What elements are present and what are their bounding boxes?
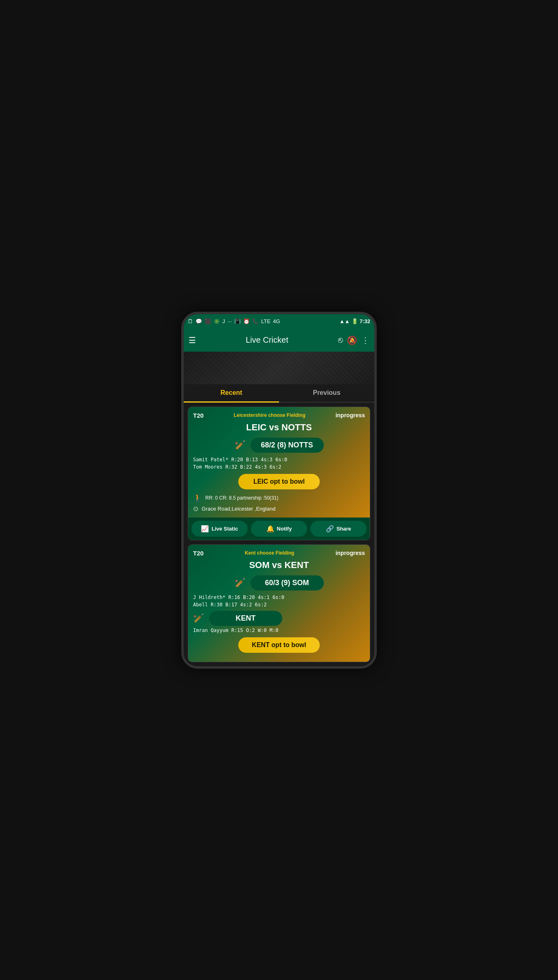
time-display: 7:32	[360, 318, 370, 324]
status-right: ▲▲ 🔋 7:32	[339, 318, 370, 324]
card-body-2: T20 Kent choose Fielding inprogress SOM …	[188, 545, 370, 662]
tab-previous[interactable]: Previous	[279, 384, 374, 402]
msg-icon: 🗒	[188, 318, 193, 324]
app-bar: ☰ Live Cricket ⎋ 🔕 ⋮	[184, 329, 374, 352]
menu-icon[interactable]: ☰	[189, 335, 196, 345]
bowling-team-pill: KENT	[209, 611, 282, 626]
card-header-2: T20 Kent choose Fielding inprogress	[193, 550, 365, 557]
share-icon[interactable]: ⎋	[338, 335, 343, 345]
live-static-label: Live Static	[211, 526, 238, 532]
status-badge-2: inprogress	[336, 550, 365, 556]
batsman1-2: J Hildreth* R:16 B:20 4s:1 6s:0	[193, 595, 365, 600]
opt-button-2[interactable]: KENT opt to bowl	[238, 637, 320, 653]
status-icons-left: 🗒 💬 ⬛ ✳️ J ··· 📳 ⏰ 📞 LTE 4G	[188, 318, 280, 324]
vibrate-icon: 📳	[234, 318, 241, 324]
venue-icon-1: ⊙	[193, 505, 198, 513]
bell-icon-1: 🔔	[266, 525, 275, 533]
match-title-1: LEIC vs NOTTS	[193, 422, 365, 433]
phone-frame: 🗒 💬 ⬛ ✳️ J ··· 📳 ⏰ 📞 LTE 4G ▲▲ 🔋 7:32 ☰ …	[181, 312, 377, 669]
status-badge-1: inprogress	[336, 412, 365, 418]
stats-text-1: RR: 0 CR: 8.5 partnership :50(31)	[205, 495, 278, 501]
status-bar: 🗒 💬 ⬛ ✳️ J ··· 📳 ⏰ 📞 LTE 4G ▲▲ 🔋 7:32	[184, 314, 374, 329]
card-footer-1: 📈 Live Static 🔔 Notify 🔗 Share	[188, 518, 370, 540]
venue-row-1: ⊙ Grace Road,Leicester ,England	[193, 505, 365, 513]
share-icon-1: 🔗	[326, 525, 334, 533]
batsman2-1: Tom Moores R:32 B:22 4s:3 6s:2	[193, 464, 365, 470]
score-pill-1: 68/2 (8) NOTTS	[250, 438, 324, 453]
4g-icon: 4G	[273, 318, 280, 324]
score-row-1: 🏏 68/2 (8) NOTTS	[193, 438, 365, 453]
star-icon: ✳️	[213, 318, 220, 324]
batsman2-2: Abell R:30 B:17 4s:2 6s:2	[193, 602, 365, 608]
app-title: Live Cricket	[200, 335, 334, 345]
chart-icon: 📈	[201, 525, 209, 533]
bat-icon-2: 🏏	[235, 577, 246, 588]
ball-row-2: 🏏 KENT	[193, 611, 365, 626]
dots-icon: ···	[228, 318, 232, 324]
more-options-icon[interactable]: ⋮	[361, 335, 369, 345]
whatsapp-icon: 💬	[196, 318, 202, 324]
notify-button-1[interactable]: 🔔 Notify	[251, 521, 307, 537]
opt-button-1[interactable]: LEIC opt to bowl	[238, 474, 320, 489]
battery-icon: 🔋	[351, 318, 358, 324]
stats-row-1: 🚶 RR: 0 CR: 8.5 partnership :50(31)	[193, 493, 365, 502]
score-pill-2: 60/3 (9) SOM	[250, 575, 324, 590]
match-title-2: SOM vs KENT	[193, 560, 365, 570]
tabs-bar: Recent Previous	[184, 384, 374, 403]
match-card-leic-notts: T20 Leicestershire choose Fielding inpro…	[188, 407, 370, 540]
bat-icon-1: 🏏	[235, 440, 246, 450]
format-badge-2: T20	[193, 550, 204, 557]
tab-recent[interactable]: Recent	[184, 384, 279, 403]
phone-icon: 📞	[252, 318, 259, 324]
j-icon: J	[222, 318, 225, 324]
box-icon: ⬛	[204, 318, 211, 324]
format-badge-1: T20	[193, 412, 204, 419]
cricket-ball-icon: 🏏	[193, 613, 204, 623]
card-body-1: T20 Leicestershire choose Fielding inpro…	[188, 407, 370, 518]
card-header-1: T20 Leicestershire choose Fielding inpro…	[193, 412, 365, 419]
live-static-button[interactable]: 📈 Live Static	[191, 521, 248, 537]
bowler-info-2: Imran Qayyum R:15 O:2 W:0 M:0	[193, 628, 365, 633]
choosing-text-2: Kent choose Fielding	[204, 550, 336, 556]
choosing-text-1: Leicestershire choose Fielding	[204, 412, 336, 418]
lte-icon: LTE	[261, 318, 270, 324]
share-button-1[interactable]: 🔗 Share	[310, 521, 367, 537]
match-card-som-kent: T20 Kent choose Fielding inprogress SOM …	[188, 544, 370, 662]
notify-label-1: Notify	[277, 526, 292, 532]
signal-icon: ▲▲	[339, 318, 350, 324]
venue-text-1: Grace Road,Leicester ,England	[202, 506, 275, 512]
notification-icon[interactable]: 🔕	[347, 335, 357, 345]
content-area: T20 Leicestershire choose Fielding inpro…	[184, 403, 374, 666]
score-row-2: 🏏 60/3 (9) SOM	[193, 575, 365, 590]
batsman1-1: Samit Patel* R:20 B:13 4s:3 6s:0	[193, 457, 365, 462]
share-label-1: Share	[336, 526, 351, 532]
alarm-icon: ⏰	[243, 318, 250, 324]
run-icon-1: 🚶	[193, 493, 202, 502]
hero-image	[184, 352, 374, 384]
